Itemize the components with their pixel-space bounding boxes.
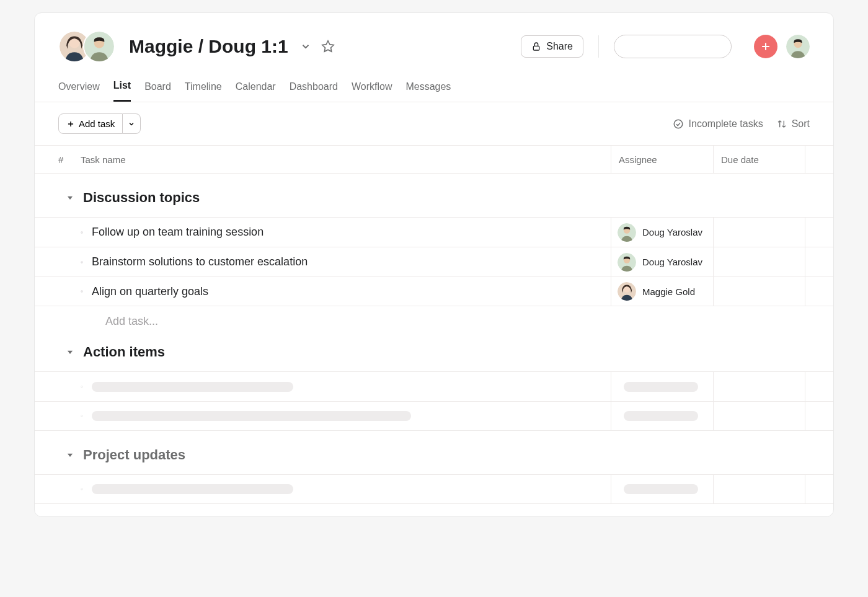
task-assignee (611, 372, 713, 401)
section-header: Action items (35, 328, 833, 371)
section-title[interactable]: Action items (83, 344, 165, 360)
svg-marker-17 (68, 351, 73, 354)
section-title[interactable]: Project updates (83, 447, 185, 463)
task-complete-button[interactable] (58, 409, 83, 423)
plus-icon (66, 120, 75, 128)
column-due-date[interactable]: Due date (713, 146, 805, 173)
task-name[interactable]: Follow up on team training session (83, 226, 611, 239)
task-row[interactable] (35, 401, 833, 431)
share-button[interactable]: Share (521, 35, 583, 58)
svg-marker-20 (68, 454, 73, 457)
section-title[interactable]: Discussion topics (83, 190, 200, 206)
column-assignee[interactable]: Assignee (611, 146, 713, 173)
tab-board[interactable]: Board (144, 75, 171, 102)
task-end (805, 402, 833, 430)
task-complete-button[interactable] (58, 285, 83, 298)
check-circle-icon (673, 118, 684, 130)
add-task-button[interactable]: Add task (58, 113, 123, 134)
project-header: Maggie / Doug 1:1 Share (35, 13, 833, 70)
tab-dashboard[interactable]: Dashboard (290, 75, 338, 102)
assignee-avatar (618, 223, 636, 242)
svg-rect-5 (534, 46, 539, 50)
task-assignee (611, 402, 713, 430)
task-complete-button[interactable] (58, 380, 83, 394)
divider (598, 35, 599, 58)
task-row[interactable] (35, 371, 833, 401)
project-menu-button[interactable] (297, 38, 314, 55)
task-row[interactable] (35, 474, 833, 504)
task-name[interactable]: Brainstorm solutions to customer escalat… (83, 255, 611, 268)
task-complete-button[interactable] (58, 255, 83, 269)
favorite-button[interactable] (319, 38, 337, 55)
current-user-avatar[interactable] (786, 35, 810, 58)
list-toolbar: Add task Incomplete tasks Sort (35, 102, 833, 145)
section-collapse-button[interactable] (66, 348, 74, 356)
task-assignee[interactable]: Doug Yaroslav (611, 218, 713, 247)
global-add-button[interactable] (754, 35, 777, 58)
search-input[interactable] (614, 35, 732, 58)
section-header: Discussion topics (35, 174, 833, 217)
section-collapse-button[interactable] (66, 451, 74, 459)
task-due[interactable] (713, 277, 805, 306)
task-due (713, 402, 805, 430)
share-label: Share (546, 41, 573, 52)
sort-label: Sort (792, 118, 810, 130)
svg-point-12 (674, 120, 683, 128)
task-end (805, 372, 833, 401)
search-wrap (614, 35, 743, 58)
add-task-label: Add task (79, 118, 115, 129)
assignee-name: Doug Yaroslav (642, 227, 702, 237)
sort-button[interactable]: Sort (777, 118, 810, 130)
tab-timeline[interactable]: Timeline (185, 75, 222, 102)
filter-label: Incomplete tasks (689, 118, 763, 130)
svg-marker-13 (68, 197, 73, 200)
task-name (83, 484, 611, 494)
tab-messages[interactable]: Messages (405, 75, 451, 102)
plus-icon (760, 40, 772, 53)
add-task-group: Add task (58, 113, 141, 134)
task-row[interactable]: Follow up on team training sessionDoug Y… (35, 217, 833, 247)
add-task-inline[interactable]: Add task... (35, 306, 833, 328)
tab-workflow[interactable]: Workflow (352, 75, 392, 102)
columns-header: # Task name Assignee Due date (35, 145, 833, 174)
chevron-down-icon (300, 41, 311, 52)
svg-marker-4 (322, 41, 334, 51)
project-title[interactable]: Maggie / Doug 1:1 (129, 36, 288, 57)
task-assignee[interactable]: Doug Yaroslav (611, 247, 713, 276)
task-end (805, 247, 833, 276)
avatar-doug (83, 30, 115, 63)
chevron-down-icon (128, 120, 135, 128)
assignee-avatar (618, 253, 636, 272)
section-collapse-button[interactable] (66, 193, 74, 202)
task-name[interactable]: Align on quarterly goals (83, 285, 611, 298)
project-tabs: Overview List Board Timeline Calendar Da… (35, 70, 833, 102)
task-due[interactable] (713, 218, 805, 247)
task-end (805, 475, 833, 503)
task-end (805, 277, 833, 306)
tab-calendar[interactable]: Calendar (236, 75, 276, 102)
section-header: Project updates (35, 431, 833, 474)
task-due (713, 372, 805, 401)
column-task-name[interactable]: Task name (77, 154, 611, 165)
sections: Discussion topicsFollow up on team train… (35, 174, 833, 504)
task-end (805, 218, 833, 247)
task-assignee[interactable]: Maggie Gold (611, 277, 713, 306)
task-complete-button[interactable] (58, 226, 83, 239)
add-task-dropdown[interactable] (123, 113, 141, 134)
assignee-name: Doug Yaroslav (642, 257, 702, 267)
task-due[interactable] (713, 247, 805, 276)
task-complete-button[interactable] (58, 482, 83, 496)
tab-list[interactable]: List (113, 75, 131, 102)
tab-overview[interactable]: Overview (58, 75, 100, 102)
task-row[interactable]: Brainstorm solutions to customer escalat… (35, 247, 833, 276)
project-members-avatars[interactable] (58, 30, 115, 63)
column-number: # (58, 154, 77, 165)
filter-incomplete-button[interactable]: Incomplete tasks (673, 118, 763, 130)
assignee-name: Maggie Gold (642, 286, 695, 297)
star-icon (321, 40, 335, 53)
task-row[interactable]: Align on quarterly goalsMaggie Gold (35, 276, 833, 306)
assignee-avatar (618, 282, 636, 301)
column-add[interactable] (805, 146, 833, 173)
sort-icon (777, 119, 787, 129)
task-name (83, 411, 611, 421)
